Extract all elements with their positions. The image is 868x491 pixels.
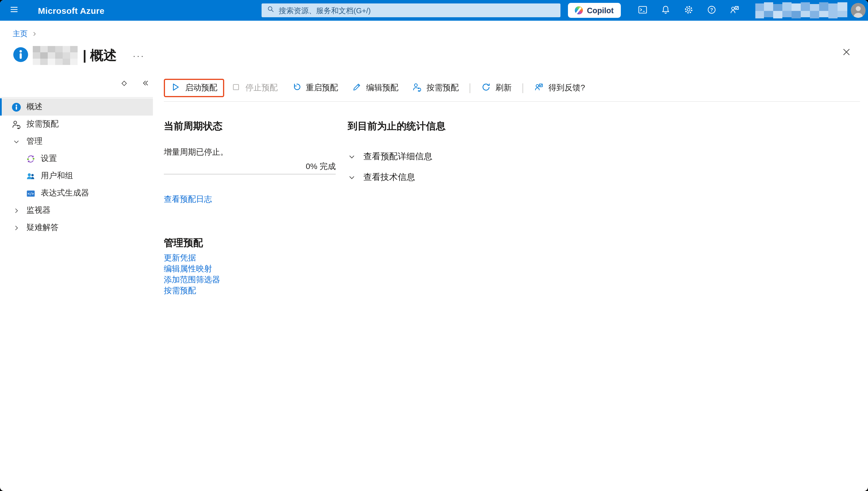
cloud-shell-button[interactable] [631, 0, 654, 21]
command-bar: 启动预配 停止预配 重启预配 [164, 78, 868, 98]
sidebar-item-users-groups[interactable]: 用户和组 [0, 167, 158, 184]
brand-title[interactable]: Microsoft Azure [38, 5, 104, 15]
copilot-button[interactable]: Copilot [568, 3, 621, 18]
feedback-icon [729, 4, 740, 17]
redacted-app-name [33, 46, 78, 65]
chevron-down-icon [348, 173, 356, 181]
feedback-button[interactable] [723, 0, 746, 21]
sidebar-resize-button[interactable] [118, 78, 130, 90]
expression-builder-icon: </> [25, 188, 36, 198]
feedback-icon [534, 82, 544, 94]
close-blade-button[interactable] [839, 46, 853, 60]
search-icon [267, 5, 275, 16]
close-icon [841, 47, 851, 59]
progress-label: 0% 完成 [164, 162, 336, 172]
progress-bar [164, 174, 336, 175]
statistics-title: 到目前为止的统计信息 [348, 120, 446, 133]
chevron-down-icon [348, 153, 356, 161]
current-cycle-title: 当前周期状态 [164, 120, 336, 133]
azure-portal-window: Microsoft Azure Copilot [0, 0, 868, 491]
edit-attribute-mappings-link[interactable]: 编辑属性映射 [164, 263, 336, 274]
current-cycle-section: 当前周期状态 增量周期已停止。 0% 完成 查看预配日志 管理预配 更新凭据 编… [164, 120, 336, 296]
view-technical-information-expander[interactable]: 查看技术信息 [348, 172, 446, 183]
restart-icon [292, 82, 301, 94]
provision-on-demand-link[interactable]: 按需预配 [164, 285, 336, 296]
chevron-down-icon [11, 138, 21, 145]
search-input[interactable] [279, 6, 555, 15]
refresh-button[interactable]: 刷新 [474, 79, 518, 97]
svg-text:</>: </> [27, 192, 33, 196]
chevron-right-icon [11, 207, 21, 214]
gear-icon [683, 4, 693, 17]
avatar[interactable] [850, 3, 865, 18]
toolbar-separator [522, 83, 523, 93]
provision-on-demand-button[interactable]: 按需预配 [405, 79, 466, 97]
chevron-right-icon [32, 30, 37, 38]
manage-provisioning-links: 更新凭据 编辑属性映射 添加范围筛选器 按需预配 [164, 252, 336, 296]
sidebar-item-overview[interactable]: 概述 [0, 98, 153, 116]
redacted-account-info [755, 2, 847, 19]
view-provisioning-details-expander[interactable]: 查看预配详细信息 [348, 151, 446, 162]
help-icon: ? [706, 4, 717, 17]
sidebar-group-monitor[interactable]: 监视器 [0, 202, 158, 219]
sidebar-item-expression-builder[interactable]: </> 表达式生成器 [0, 184, 158, 202]
users-groups-icon [25, 171, 36, 181]
chevron-right-icon [11, 224, 21, 231]
sidebar-group-troubleshoot[interactable]: 疑难解答 [0, 219, 158, 236]
toolbar-separator [470, 83, 470, 93]
collapse-sidebar-button[interactable] [139, 78, 151, 90]
info-icon [11, 102, 21, 112]
provisioning-settings-icon [25, 154, 36, 164]
hamburger-menu-button[interactable] [3, 0, 24, 21]
toolbar-divider [164, 101, 860, 102]
play-icon [171, 82, 180, 94]
restart-provisioning-button[interactable]: 重启预配 [285, 79, 345, 97]
edit-icon [352, 82, 362, 94]
sidebar: 概述 按需预配 管理 [0, 71, 158, 236]
edit-provisioning-button[interactable]: 编辑预配 [345, 79, 405, 97]
start-provisioning-button[interactable]: 启动预配 [164, 79, 224, 97]
add-scoping-filter-link[interactable]: 添加范围筛选器 [164, 274, 336, 285]
main-content: 启动预配 停止预配 重启预配 [158, 71, 868, 296]
got-feedback-button[interactable]: 得到反馈? [527, 79, 592, 97]
statistics-section: 到目前为止的统计信息 查看预配详细信息 查看技术信息 [348, 120, 446, 296]
person-sync-icon [11, 119, 21, 129]
stop-provisioning-button: 停止预配 [224, 79, 285, 97]
sidebar-item-settings[interactable]: 设置 [0, 150, 158, 167]
bell-icon [660, 4, 670, 17]
notifications-button[interactable] [654, 0, 677, 21]
global-search[interactable] [262, 3, 561, 17]
breadcrumb: 主页 [13, 29, 868, 39]
sidebar-divider [0, 97, 153, 98]
hamburger-icon [9, 5, 19, 16]
more-options-button[interactable]: ··· [132, 51, 146, 60]
breadcrumb-home-link[interactable]: 主页 [13, 29, 28, 39]
topbar-actions: Copilot [568, 0, 865, 21]
diamond-icon [120, 79, 128, 89]
settings-button[interactable] [677, 0, 700, 21]
info-icon [13, 46, 29, 65]
sidebar-group-manage[interactable]: 管理 [0, 133, 158, 150]
cycle-status-text: 增量周期已停止。 [164, 147, 336, 157]
person-sync-icon [412, 82, 422, 94]
copilot-icon [575, 6, 583, 15]
topbar: Microsoft Azure Copilot [0, 0, 868, 21]
svg-text:?: ? [710, 7, 713, 12]
refresh-icon [481, 82, 491, 94]
view-provisioning-logs-link[interactable]: 查看预配日志 [164, 194, 212, 205]
page-header: | 概述 ··· [13, 45, 868, 66]
double-chevron-left-icon [141, 79, 149, 89]
help-button[interactable]: ? [700, 0, 723, 21]
manage-provisioning-title: 管理预配 [164, 236, 336, 250]
stop-icon [231, 82, 241, 94]
page-title: | 概述 [83, 47, 117, 64]
terminal-icon [637, 4, 648, 17]
update-credentials-link[interactable]: 更新凭据 [164, 252, 336, 263]
sidebar-item-provision-on-demand[interactable]: 按需预配 [0, 116, 158, 133]
